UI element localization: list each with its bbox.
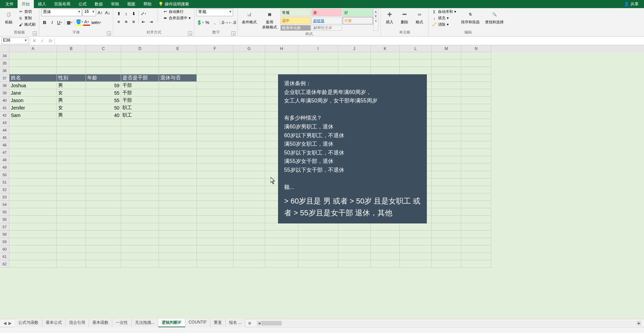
cell-E39[interactable] xyxy=(159,89,197,97)
cell-E37[interactable]: 退休与否 xyxy=(159,74,197,82)
col-header-D[interactable]: D xyxy=(121,45,159,52)
cell-F58[interactable] xyxy=(197,231,233,238)
cell-I59[interactable] xyxy=(298,238,338,245)
cell-F49[interactable] xyxy=(197,164,233,171)
cell-G41[interactable] xyxy=(233,104,265,112)
cell-E44[interactable] xyxy=(159,126,197,134)
cell-H59[interactable] xyxy=(265,238,298,245)
align-top-button[interactable]: ⬆ xyxy=(115,10,122,17)
font-launcher[interactable]: ↘ xyxy=(107,31,111,35)
styles-gallery-arrows[interactable]: ▲▼▾ xyxy=(373,9,378,31)
cell-M57[interactable] xyxy=(432,223,461,231)
cell-L35[interactable] xyxy=(400,60,432,67)
cell-D42[interactable]: 职工 xyxy=(121,112,159,119)
cell-M46[interactable] xyxy=(432,141,461,149)
cell-C46[interactable] xyxy=(86,141,121,149)
cell-N50[interactable] xyxy=(461,171,491,179)
find-select-button[interactable]: 🔍查找和选择 xyxy=(483,9,506,25)
cell-M59[interactable] xyxy=(432,238,461,245)
cell-B48[interactable] xyxy=(57,156,86,164)
cell-M48[interactable] xyxy=(432,156,461,164)
cell-D55[interactable] xyxy=(121,208,159,216)
confirm-entry-button[interactable]: ✓ xyxy=(38,38,46,44)
cell-A55[interactable] xyxy=(9,208,57,216)
cell-H57[interactable] xyxy=(265,223,298,231)
cell-M47[interactable] xyxy=(432,149,461,156)
cell-F34[interactable] xyxy=(197,52,233,60)
style-normal[interactable]: 常规 xyxy=(280,9,311,16)
cell-F60[interactable] xyxy=(197,245,233,253)
cell-N46[interactable] xyxy=(461,141,491,149)
cell-B49[interactable] xyxy=(57,164,86,171)
horizontal-scrollbar[interactable]: ◀ ▶ xyxy=(257,321,641,326)
cell-F50[interactable] xyxy=(197,171,233,179)
cell-L58[interactable] xyxy=(400,231,432,238)
cell-N53[interactable] xyxy=(461,193,491,201)
cell-J59[interactable] xyxy=(338,238,371,245)
cell-D37[interactable]: 是否是干部 xyxy=(121,74,159,82)
cell-K35[interactable] xyxy=(371,60,400,67)
cell-B54[interactable] xyxy=(57,201,86,208)
cell-E51[interactable] xyxy=(159,179,197,186)
cell-G53[interactable] xyxy=(233,193,265,201)
cell-E57[interactable] xyxy=(159,223,197,231)
cell-D60[interactable] xyxy=(121,245,159,253)
cell-C62[interactable] xyxy=(86,260,121,268)
cell-D45[interactable] xyxy=(121,134,159,141)
cell-A41[interactable]: Jenifer xyxy=(9,104,57,112)
cell-K61[interactable] xyxy=(371,253,400,260)
cell-I57[interactable] xyxy=(298,223,338,231)
row-header-34[interactable]: 34 xyxy=(0,52,9,60)
cell-B43[interactable] xyxy=(57,119,86,126)
cell-F54[interactable] xyxy=(197,201,233,208)
cell-B46[interactable] xyxy=(57,141,86,149)
cell-G44[interactable] xyxy=(233,126,265,134)
font-color-button[interactable]: A xyxy=(83,19,90,26)
cell-K57[interactable] xyxy=(371,223,400,231)
delete-cells-button[interactable]: ➖删除 xyxy=(398,9,411,25)
percent-button[interactable]: % xyxy=(204,19,211,26)
cell-K36[interactable] xyxy=(371,67,400,74)
menu-insert[interactable]: 插入 xyxy=(34,0,50,8)
cell-F47[interactable] xyxy=(197,149,233,156)
align-center-button[interactable]: ≡ xyxy=(123,18,130,25)
cell-N61[interactable] xyxy=(461,253,491,260)
add-sheet-button[interactable]: ⊕ xyxy=(245,320,254,327)
cell-E41[interactable] xyxy=(159,104,197,112)
cell-N47[interactable] xyxy=(461,149,491,156)
cell-N44[interactable] xyxy=(461,126,491,134)
row-header-58[interactable]: 58 xyxy=(0,231,9,238)
cell-C41[interactable]: 50 xyxy=(86,104,121,112)
cell-D49[interactable] xyxy=(121,164,159,171)
cell-G38[interactable] xyxy=(233,82,265,89)
cell-B41[interactable]: 女 xyxy=(57,104,86,112)
row-header-36[interactable]: 36 xyxy=(0,67,9,74)
cell-C57[interactable] xyxy=(86,223,121,231)
cell-L57[interactable] xyxy=(400,223,432,231)
style-hyperlink[interactable]: 超链接 xyxy=(312,17,342,24)
autosum-button[interactable]: Σ自动求和 ▾ xyxy=(431,9,458,15)
cell-F53[interactable] xyxy=(197,193,233,201)
cell-A38[interactable]: Joshua xyxy=(9,82,57,89)
cell-G35[interactable] xyxy=(233,60,265,67)
sheet-nav-arrows[interactable]: ◀▶ xyxy=(0,321,15,326)
cell-B51[interactable] xyxy=(57,179,86,186)
cell-L60[interactable] xyxy=(400,245,432,253)
cell-A50[interactable] xyxy=(9,171,57,179)
cell-C45[interactable] xyxy=(86,134,121,141)
cell-N39[interactable] xyxy=(461,89,491,97)
cell-A52[interactable] xyxy=(9,186,57,193)
cell-J34[interactable] xyxy=(338,52,371,60)
cell-N38[interactable] xyxy=(461,82,491,89)
cell-K59[interactable] xyxy=(371,238,400,245)
cell-E52[interactable] xyxy=(159,186,197,193)
cell-F43[interactable] xyxy=(197,119,233,126)
cell-B52[interactable] xyxy=(57,186,86,193)
row-header-45[interactable]: 45 xyxy=(0,134,9,141)
cell-C53[interactable] xyxy=(86,193,121,201)
cell-A57[interactable] xyxy=(9,223,57,231)
cell-N59[interactable] xyxy=(461,238,491,245)
worksheet-grid[interactable]: ABCDEFGHIJKLMN 3435363738394041424344454… xyxy=(0,45,644,319)
cell-G51[interactable] xyxy=(233,179,265,186)
increase-decimal-button[interactable]: .0→ xyxy=(221,19,228,26)
